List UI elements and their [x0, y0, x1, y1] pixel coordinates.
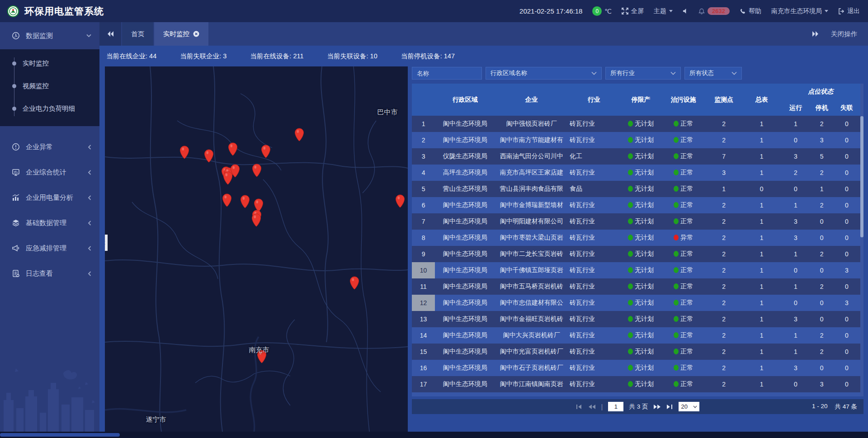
table-cell: 0	[833, 116, 860, 132]
status-dot-icon	[674, 235, 679, 240]
logout-icon	[838, 8, 844, 14]
table-row[interactable]: 7阆中生态环境局阆中明阳建材有限公司砖瓦行业无计划正常21300	[412, 213, 860, 230]
map-pin[interactable]	[222, 193, 232, 209]
table-row[interactable]: 15阆中生态环境局阆中市光富页岩机砖厂砖瓦行业无计划正常21120	[412, 344, 860, 360]
status-dot-icon	[628, 251, 633, 257]
name-search-input[interactable]	[412, 67, 482, 80]
table-cell: 1	[742, 376, 781, 392]
theme-dropdown[interactable]: 主题	[654, 7, 673, 15]
help-button[interactable]: 帮助	[740, 7, 761, 15]
page-size-select[interactable]: 20	[679, 402, 699, 411]
table-row[interactable]: 17阆中生态环境局阆中市江南镇阆南页岩砖瓦行业无计划正常21030	[412, 376, 860, 392]
sidebar-item-log-view[interactable]: 日志查看	[0, 261, 99, 286]
table-row[interactable]: 6阆中生态环境局阆中市金博瑞新型墙材砖瓦行业无计划正常21120	[412, 197, 860, 213]
sidebar-item-enterprise-stats[interactable]: 企业综合统计	[0, 160, 99, 185]
map-pin[interactable]	[349, 276, 359, 292]
sidebar-item-emergency-reduction[interactable]: 应急减排管理	[0, 235, 99, 261]
status-cell: 正常	[662, 132, 705, 148]
sidebar-item-video-monitor[interactable]: 视频监控	[0, 75, 99, 97]
stat-offline-companies: 当前失联企业: 3	[180, 52, 226, 61]
table-cell: 1	[742, 278, 781, 295]
page-number-input[interactable]	[608, 402, 623, 411]
temperature-unit: ℃	[604, 8, 612, 15]
notifications[interactable]: 2632	[698, 7, 730, 15]
status-cell: 无计划	[620, 311, 661, 327]
tab-home[interactable]: 首页	[122, 22, 153, 46]
table-cell: 阆中生态环境局	[435, 246, 495, 262]
table-scrollbar[interactable]	[860, 84, 863, 396]
sidebar-item-base-data[interactable]: 基础数据管理	[0, 210, 99, 235]
org-dropdown[interactable]: 南充市生态环境局	[771, 7, 828, 15]
table-cell: 阆中生态环境局	[435, 327, 495, 344]
sidebar-item-power-load-detail[interactable]: 企业电力负荷明细	[0, 97, 99, 120]
tabs-scroll-left-button[interactable]	[99, 22, 121, 46]
chevron-left-icon	[88, 246, 91, 251]
stat-offline-devices: 当前失联设备: 10	[327, 52, 377, 61]
table-row[interactable]: 12阆中生态环境局阆中市忠信建材有限公砖瓦行业无计划正常21003	[412, 295, 860, 311]
table-cell: 0	[781, 132, 810, 148]
map-pin[interactable]	[204, 149, 214, 165]
map-pin[interactable]	[261, 145, 271, 160]
table-cell: 1	[412, 116, 435, 132]
last-page-button[interactable]	[666, 404, 673, 410]
sidebar-item-enterprise-anomaly[interactable]: 企业异常	[0, 134, 99, 160]
status-cell: 正常	[662, 344, 705, 360]
table-row[interactable]: 14阆中生态环境局阆中大兴页岩机砖厂砖瓦行业无计划正常21120	[412, 327, 860, 344]
col-header-industry: 行业	[568, 84, 620, 116]
status-select[interactable]: 所有状态	[684, 67, 742, 80]
sidebar-item-power-analysis[interactable]: 企业用电量分析	[0, 185, 99, 210]
table-row[interactable]: 3仪陇生态环境局西南油气田分公司川中化工无计划正常71350	[412, 148, 860, 165]
logout-button[interactable]: 退出	[838, 7, 860, 15]
table-cell: 2	[811, 165, 833, 181]
horizontal-scrollbar[interactable]	[0, 432, 868, 438]
table-cell: 南充市高坪区王家店建	[495, 165, 568, 181]
map-pin[interactable]	[251, 213, 261, 229]
table-row[interactable]: 1阆中生态环境局阆中强锐页岩砖厂砖瓦行业无计划正常21120	[412, 116, 860, 132]
map-pin[interactable]	[252, 164, 262, 179]
sound-button[interactable]	[683, 8, 689, 14]
table-row[interactable]: 5营山生态环境局营山县润丰肉食品有限食品无计划正常10010	[412, 181, 860, 197]
table-cell: 1	[742, 116, 781, 132]
industry-select[interactable]: 所有行业	[605, 67, 681, 80]
map-pin[interactable]	[240, 195, 250, 210]
map-pin[interactable]	[179, 146, 189, 161]
table-row[interactable]: 18南部生态环境局南部县双河页岩砖厂砖瓦行业无计划正常21120	[412, 392, 860, 396]
companies-table: 行政区域 企业 行业 停限产 治污设施 监测点 总表 点位状态	[412, 84, 863, 396]
map-pin[interactable]	[228, 142, 238, 158]
tabs-scroll-right-icon[interactable]	[812, 31, 819, 37]
table-row[interactable]: 2阆中生态环境局阆中市南方节能建材有砖瓦行业无计划正常21030	[412, 132, 860, 148]
table-row[interactable]: 16阆中生态环境局阆中市石子页岩机砖厂砖瓦行业无计划正常21300	[412, 360, 860, 376]
scrollbar-thumb[interactable]	[860, 116, 863, 237]
close-tab-icon[interactable]	[193, 31, 199, 37]
table-cell: 9	[412, 246, 435, 262]
status-cell: 无计划	[620, 230, 661, 246]
fullscreen-button[interactable]: 全屏	[622, 7, 644, 15]
map-pin[interactable]	[294, 128, 304, 143]
previous-page-button[interactable]	[588, 404, 596, 410]
map-pin[interactable]	[395, 194, 405, 210]
sidebar-item-data-monitor[interactable]: 数据监测	[0, 22, 99, 49]
table-row[interactable]: 4高坪生态环境局南充市高坪区王家店建砖瓦行业无计划正常31220	[412, 165, 860, 181]
table-cell: 2	[811, 246, 833, 262]
table-row[interactable]: 11阆中生态环境局阆中市五马桥页岩机砖砖瓦行业无计划正常21120	[412, 278, 860, 295]
map-pin[interactable]	[223, 171, 233, 187]
table-row[interactable]: 13阆中生态环境局阆中市金福旺页岩机砖砖瓦行业无计划正常21300	[412, 311, 860, 327]
scrollbar-thumb[interactable]	[0, 433, 120, 437]
table-row[interactable]: 10阆中生态环境局阆中千佛镇五郎垭页岩砖瓦行业无计划正常21003	[412, 262, 860, 278]
status-cell: 无计划	[620, 132, 661, 148]
close-operations-button[interactable]: 关闭操作	[831, 30, 857, 38]
first-page-button[interactable]	[576, 404, 583, 410]
tab-realtime-monitor[interactable]: 实时监控	[154, 22, 208, 46]
table-row[interactable]: 8阆中生态环境局阆中市枣碧大梁山页岩砖瓦行业无计划异常21300	[412, 230, 860, 246]
next-page-button[interactable]	[653, 404, 661, 410]
status-cell: 无计划	[620, 295, 661, 311]
sidebar-collapse-handle[interactable]	[105, 235, 108, 251]
table-row[interactable]: 9阆中生态环境局阆中市二龙长宝页岩砖砖瓦行业无计划正常21120	[412, 246, 860, 262]
region-select[interactable]: 行政区域名称	[486, 67, 602, 80]
table-cell: 3	[781, 360, 810, 376]
sidebar-item-realtime-monitor[interactable]: 实时监控	[0, 52, 99, 75]
bar-chart-icon	[12, 193, 20, 202]
status-cell: 无计划	[620, 148, 661, 165]
map-panel[interactable]: 巴中市南充市遂宁市	[105, 66, 408, 432]
sidebar: 数据监测 实时监控 视频监控 企业电力负荷明细 企业异常 企业综合统计 企业用电…	[0, 22, 99, 432]
